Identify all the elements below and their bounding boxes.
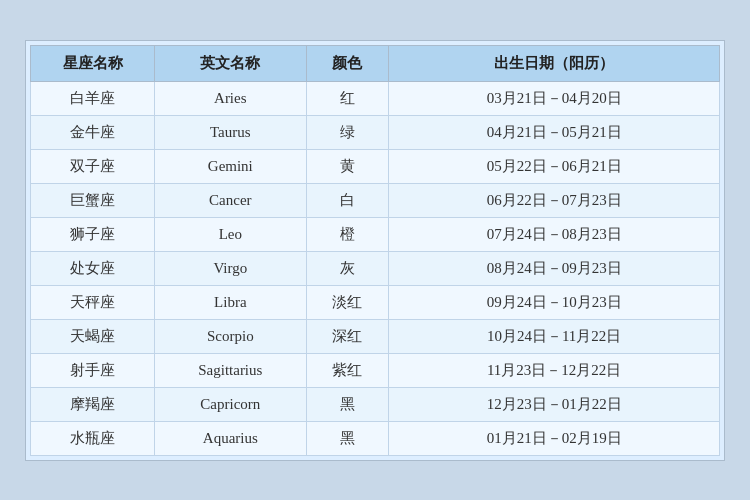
header-date: 出生日期（阳历）	[389, 45, 720, 81]
table-header-row: 星座名称 英文名称 颜色 出生日期（阳历）	[31, 45, 720, 81]
cell-english: Sagittarius	[155, 353, 307, 387]
cell-date: 07月24日－08月23日	[389, 217, 720, 251]
table-row: 天秤座Libra淡红09月24日－10月23日	[31, 285, 720, 319]
cell-english: Aries	[155, 81, 307, 115]
header-english: 英文名称	[155, 45, 307, 81]
cell-chinese: 天蝎座	[31, 319, 155, 353]
zodiac-table-container: 星座名称 英文名称 颜色 出生日期（阳历） 白羊座Aries红03月21日－04…	[25, 40, 725, 461]
table-row: 处女座Virgo灰08月24日－09月23日	[31, 251, 720, 285]
cell-english: Taurus	[155, 115, 307, 149]
cell-chinese: 摩羯座	[31, 387, 155, 421]
cell-date: 05月22日－06月21日	[389, 149, 720, 183]
cell-chinese: 金牛座	[31, 115, 155, 149]
cell-date: 03月21日－04月20日	[389, 81, 720, 115]
table-row: 水瓶座Aquarius黑01月21日－02月19日	[31, 421, 720, 455]
cell-english: Gemini	[155, 149, 307, 183]
cell-color: 黑	[306, 421, 389, 455]
cell-color: 黄	[306, 149, 389, 183]
table-row: 摩羯座Capricorn黑12月23日－01月22日	[31, 387, 720, 421]
cell-chinese: 狮子座	[31, 217, 155, 251]
cell-english: Virgo	[155, 251, 307, 285]
cell-color: 灰	[306, 251, 389, 285]
cell-chinese: 白羊座	[31, 81, 155, 115]
table-row: 天蝎座Scorpio深红10月24日－11月22日	[31, 319, 720, 353]
cell-date: 08月24日－09月23日	[389, 251, 720, 285]
cell-date: 09月24日－10月23日	[389, 285, 720, 319]
cell-date: 12月23日－01月22日	[389, 387, 720, 421]
table-row: 巨蟹座Cancer白06月22日－07月23日	[31, 183, 720, 217]
cell-chinese: 天秤座	[31, 285, 155, 319]
cell-english: Aquarius	[155, 421, 307, 455]
cell-chinese: 处女座	[31, 251, 155, 285]
cell-chinese: 射手座	[31, 353, 155, 387]
cell-english: Capricorn	[155, 387, 307, 421]
cell-date: 04月21日－05月21日	[389, 115, 720, 149]
cell-english: Leo	[155, 217, 307, 251]
table-row: 双子座Gemini黄05月22日－06月21日	[31, 149, 720, 183]
cell-color: 红	[306, 81, 389, 115]
table-row: 射手座Sagittarius紫红11月23日－12月22日	[31, 353, 720, 387]
cell-color: 淡红	[306, 285, 389, 319]
cell-date: 11月23日－12月22日	[389, 353, 720, 387]
cell-date: 01月21日－02月19日	[389, 421, 720, 455]
zodiac-table: 星座名称 英文名称 颜色 出生日期（阳历） 白羊座Aries红03月21日－04…	[30, 45, 720, 456]
table-row: 白羊座Aries红03月21日－04月20日	[31, 81, 720, 115]
cell-color: 紫红	[306, 353, 389, 387]
cell-chinese: 双子座	[31, 149, 155, 183]
cell-chinese: 水瓶座	[31, 421, 155, 455]
table-row: 狮子座Leo橙07月24日－08月23日	[31, 217, 720, 251]
cell-chinese: 巨蟹座	[31, 183, 155, 217]
cell-color: 黑	[306, 387, 389, 421]
cell-color: 白	[306, 183, 389, 217]
header-chinese: 星座名称	[31, 45, 155, 81]
cell-color: 橙	[306, 217, 389, 251]
cell-color: 深红	[306, 319, 389, 353]
table-row: 金牛座Taurus绿04月21日－05月21日	[31, 115, 720, 149]
cell-english: Scorpio	[155, 319, 307, 353]
header-color: 颜色	[306, 45, 389, 81]
cell-english: Cancer	[155, 183, 307, 217]
cell-date: 06月22日－07月23日	[389, 183, 720, 217]
cell-color: 绿	[306, 115, 389, 149]
cell-english: Libra	[155, 285, 307, 319]
cell-date: 10月24日－11月22日	[389, 319, 720, 353]
